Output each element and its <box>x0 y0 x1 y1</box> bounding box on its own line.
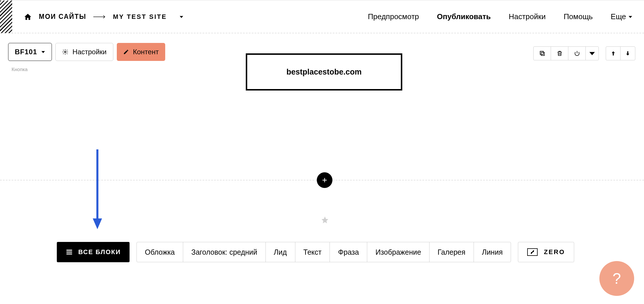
block-code-dropdown[interactable]: BF101 <box>8 43 52 61</box>
nav-publish[interactable]: Опубликовать <box>437 12 491 21</box>
block-actions <box>533 46 635 60</box>
nav-help[interactable]: Помощь <box>564 12 593 21</box>
svg-marker-7 <box>590 52 595 55</box>
site-button-element[interactable]: bestplacestobe.com <box>246 53 402 91</box>
block-settings-button[interactable]: Настройки <box>55 43 113 61</box>
block-toolbar: BF101 Настройки Контент <box>8 43 165 61</box>
copy-icon <box>539 50 545 57</box>
all-blocks-button[interactable]: ВСЕ БЛОКИ <box>57 242 130 262</box>
help-button[interactable]: ? <box>599 261 634 296</box>
block-type-gallery[interactable]: Галерея <box>430 242 474 262</box>
svg-rect-5 <box>541 52 544 55</box>
delete-button[interactable] <box>551 47 568 60</box>
svg-rect-6 <box>540 51 543 55</box>
breadcrumb: МОИ САЙТЫ MY TEST SITE <box>24 13 184 21</box>
block-type-line[interactable]: Линия <box>474 242 511 262</box>
site-button-text: bestplacestobe.com <box>286 68 362 77</box>
move-down-button[interactable] <box>621 47 635 60</box>
block-library-bar: ВСЕ БЛОКИ Обложка Заголовок: средний Лид… <box>57 242 574 262</box>
add-block-button[interactable] <box>317 172 332 188</box>
block-settings-label: Настройки <box>72 48 107 56</box>
logo-pattern <box>0 1 12 33</box>
chevron-down-icon[interactable] <box>179 15 184 19</box>
svg-marker-11 <box>93 218 102 229</box>
zero-icon <box>527 248 538 256</box>
svg-marker-17 <box>532 250 534 252</box>
caret-down-icon <box>589 50 595 57</box>
block-type-phrase[interactable]: Фраза <box>330 242 367 262</box>
power-icon <box>574 50 580 57</box>
block-content-label: Контент <box>133 48 159 56</box>
svg-point-4 <box>64 51 66 53</box>
all-blocks-label: ВСЕ БЛОКИ <box>78 248 121 256</box>
caret-down-icon <box>41 50 45 54</box>
block-sublabel: Кнопка <box>12 67 28 73</box>
arrow-right-icon <box>93 15 106 19</box>
svg-marker-3 <box>41 51 45 53</box>
nav-more[interactable]: Еще <box>611 12 632 21</box>
gear-icon <box>62 49 68 55</box>
zero-block-button[interactable]: ZERO <box>518 242 574 262</box>
nav-more-label: Еще <box>611 12 626 21</box>
star-icon <box>321 216 329 224</box>
caret-down-icon <box>628 15 632 19</box>
action-group-main <box>533 46 599 60</box>
svg-marker-2 <box>629 16 632 18</box>
block-type-lead[interactable]: Лид <box>266 242 295 262</box>
block-type-heading[interactable]: Заголовок: средний <box>183 242 266 262</box>
arrow-up-icon <box>610 50 616 57</box>
help-icon: ? <box>613 270 621 287</box>
action-group-move <box>606 46 635 60</box>
block-type-cover[interactable]: Обложка <box>137 242 183 262</box>
nav-preview[interactable]: Предпросмотр <box>368 12 419 21</box>
top-nav: Предпросмотр Опубликовать Настройки Помо… <box>368 12 632 21</box>
arrow-down-icon <box>625 50 631 57</box>
nav-settings[interactable]: Настройки <box>509 12 546 21</box>
svg-marker-1 <box>180 16 183 18</box>
favorite-star[interactable] <box>321 216 329 225</box>
plus-icon <box>321 177 328 183</box>
pencil-icon <box>123 49 129 55</box>
home-icon[interactable] <box>24 13 32 21</box>
svg-marker-16 <box>531 252 533 254</box>
annotation-arrow <box>92 149 103 231</box>
block-type-image[interactable]: Изображение <box>367 242 429 262</box>
block-content-button[interactable]: Контент <box>117 43 165 61</box>
top-bar: МОИ САЙТЫ MY TEST SITE Предпросмотр Опуб… <box>0 0 644 33</box>
zero-label: ZERO <box>544 248 565 256</box>
more-actions-button[interactable] <box>586 47 598 60</box>
duplicate-button[interactable] <box>534 47 551 60</box>
site-name-dropdown[interactable]: MY TEST SITE <box>113 13 167 21</box>
move-up-button[interactable] <box>606 47 621 60</box>
my-sites-link[interactable]: МОИ САЙТЫ <box>39 13 86 21</box>
menu-icon <box>66 248 73 256</box>
block-code-label: BF101 <box>15 48 37 56</box>
block-types-group: Обложка Заголовок: средний Лид Текст Фра… <box>137 242 511 262</box>
hide-button[interactable] <box>568 47 586 60</box>
block-type-text[interactable]: Текст <box>295 242 330 262</box>
trash-icon <box>556 50 563 57</box>
